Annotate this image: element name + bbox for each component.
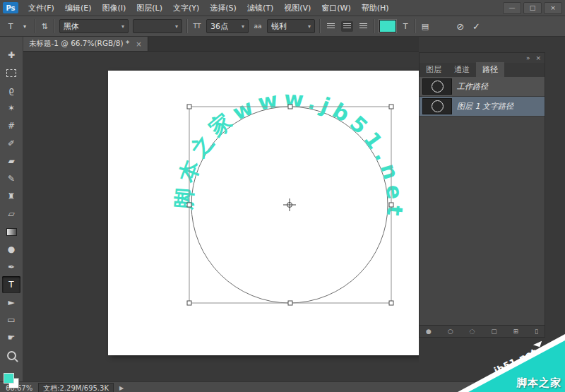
panel-empty-area bbox=[420, 117, 545, 325]
rectangular-marquee-tool[interactable] bbox=[2, 64, 20, 81]
handle-bottom-right[interactable] bbox=[389, 301, 393, 305]
new-path-icon[interactable]: ⊞ bbox=[513, 328, 519, 335]
status-expand-icon[interactable]: ▶ bbox=[119, 385, 124, 391]
spot-healing-brush-tool[interactable]: ▰ bbox=[2, 153, 20, 170]
horizontal-type-tool[interactable]: T bbox=[2, 276, 20, 293]
tab-channels[interactable]: 通道 bbox=[448, 62, 476, 77]
anti-alias-select[interactable]: 锐利 ▾ bbox=[267, 19, 315, 33]
main-area: ✚ ϱ ✶ # ✐ ▰ ✎ ♜ ▱ ● ✒ T ► ▭ ☛ bbox=[0, 37, 565, 381]
handle-top-right[interactable] bbox=[389, 105, 393, 109]
menu-layer[interactable]: 图层(L) bbox=[131, 1, 167, 15]
separator bbox=[54, 19, 55, 33]
status-bar: 66.67% 文档:2.29M/695.3K ▶ bbox=[0, 381, 565, 392]
panel-header-bar: » × bbox=[420, 53, 545, 63]
eraser-tool[interactable]: ▱ bbox=[2, 206, 20, 222]
handle-bottom-center[interactable] bbox=[288, 301, 292, 305]
lasso-tool[interactable]: ϱ bbox=[2, 82, 20, 99]
make-work-path-icon[interactable]: ▢ bbox=[491, 328, 497, 335]
align-right-button[interactable] bbox=[357, 21, 369, 32]
type-tool-preset-icon[interactable]: T bbox=[6, 22, 16, 31]
cancel-edit-icon[interactable]: ⊘ bbox=[456, 21, 464, 32]
load-selection-icon[interactable]: ◌ bbox=[469, 328, 475, 335]
anti-alias-icon: aa bbox=[253, 23, 263, 30]
menu-edit[interactable]: 编辑(E) bbox=[60, 1, 97, 15]
menu-help[interactable]: 帮助(H) bbox=[357, 1, 394, 15]
warp-text-icon[interactable]: T bbox=[400, 22, 410, 31]
font-family-value: 黑体 bbox=[64, 21, 79, 32]
tool-preset-caret-icon[interactable]: ▾ bbox=[20, 23, 30, 30]
document-info-field[interactable]: 文档:2.29M/695.3K bbox=[38, 383, 114, 392]
tab-close-icon[interactable]: × bbox=[136, 40, 141, 48]
zoom-tool[interactable] bbox=[2, 347, 20, 364]
menu-window[interactable]: 窗口(W) bbox=[316, 1, 355, 15]
gradient-tool[interactable] bbox=[2, 223, 20, 240]
menu-filter[interactable]: 滤镜(T) bbox=[242, 1, 278, 15]
separator bbox=[34, 19, 35, 33]
close-icon[interactable]: × bbox=[544, 2, 562, 14]
document-tab-bar: 未标题-1 @ 66.7%(RGB/8) * × bbox=[23, 37, 419, 52]
restore-icon[interactable]: □ bbox=[523, 2, 542, 14]
toggle-text-orientation-icon[interactable]: ⇅ bbox=[40, 22, 49, 31]
menu-file[interactable]: 文件(F) bbox=[23, 1, 59, 15]
close-panel-icon[interactable]: × bbox=[535, 54, 541, 61]
blur-tool[interactable]: ● bbox=[2, 241, 20, 258]
eyedropper-tool[interactable]: ✐ bbox=[2, 135, 20, 152]
foreground-color-swatch[interactable] bbox=[4, 373, 14, 384]
quick-selection-tool[interactable]: ✶ bbox=[2, 100, 20, 117]
clone-stamp-tool[interactable]: ♜ bbox=[2, 188, 20, 205]
handle-top-center[interactable] bbox=[288, 105, 292, 109]
tab-paths[interactable]: 路径 bbox=[476, 62, 504, 77]
circle-thumbnail-icon bbox=[432, 100, 444, 112]
collapse-dock-icon[interactable]: » bbox=[526, 54, 530, 61]
menu-image[interactable]: 图像(I) bbox=[97, 1, 131, 15]
path-row-work-path[interactable]: 工作路径 bbox=[420, 77, 545, 97]
handle-middle-left[interactable] bbox=[187, 203, 191, 207]
minimize-icon[interactable]: — bbox=[503, 2, 521, 14]
chevron-down-icon: ▾ bbox=[242, 23, 244, 30]
toggle-panels-icon[interactable]: ▤ bbox=[420, 22, 430, 31]
tool-options-bar: T ▾ ⇅ 黑体 ▾ ▾ TT 36点 ▾ aa 锐利 ▾ T ▤ bbox=[0, 16, 565, 37]
delete-path-icon[interactable]: ▯ bbox=[535, 328, 538, 335]
font-size-icon: TT bbox=[192, 23, 202, 30]
document-canvas[interactable]: 脚本之家www.jb51.net bbox=[108, 71, 419, 355]
gradient-icon bbox=[6, 228, 17, 236]
chevron-down-icon: ▾ bbox=[308, 23, 311, 30]
path-selection-tool[interactable]: ► bbox=[2, 294, 20, 311]
text-color-swatch[interactable] bbox=[379, 20, 396, 32]
font-size-value: 36点 bbox=[210, 21, 228, 32]
document-tab[interactable]: 未标题-1 @ 66.7%(RGB/8) * × bbox=[23, 37, 148, 51]
move-tool[interactable]: ✚ bbox=[2, 47, 20, 64]
rectangle-tool[interactable]: ▭ bbox=[2, 311, 20, 328]
reference-point-icon[interactable] bbox=[283, 198, 296, 211]
font-size-select[interactable]: 36点 ▾ bbox=[206, 19, 249, 33]
crop-tool[interactable]: # bbox=[2, 117, 20, 134]
commit-edit-icon[interactable]: ✓ bbox=[472, 21, 480, 32]
handle-middle-right[interactable] bbox=[389, 203, 393, 207]
fill-path-icon[interactable]: ● bbox=[426, 328, 432, 335]
align-left-button[interactable] bbox=[325, 21, 337, 32]
marquee-icon bbox=[6, 69, 16, 77]
photoshop-window: Ps 文件(F) 编辑(E) 图像(I) 图层(L) 文字(Y) 选择(S) 滤… bbox=[0, 0, 565, 392]
stroke-path-icon[interactable]: ○ bbox=[448, 328, 453, 335]
separator bbox=[415, 19, 416, 33]
path-row-type-path[interactable]: 图层 1 文字路径 bbox=[420, 97, 545, 117]
path-row-label: 图层 1 文字路径 bbox=[457, 101, 513, 112]
tab-layers[interactable]: 图层 bbox=[420, 62, 448, 77]
hand-tool[interactable]: ☛ bbox=[2, 329, 20, 346]
brush-tool[interactable]: ✎ bbox=[2, 170, 20, 187]
document-tab-title: 未标题-1 @ 66.7%(RGB/8) * bbox=[29, 39, 129, 49]
canvas-area[interactable]: 脚本之家www.jb51.net bbox=[23, 52, 419, 381]
font-family-select[interactable]: 黑体 ▾ bbox=[59, 19, 129, 33]
separator bbox=[374, 19, 375, 33]
anti-alias-value: 锐利 bbox=[271, 21, 287, 32]
pen-tool[interactable]: ✒ bbox=[2, 259, 20, 275]
menu-select[interactable]: 选择(S) bbox=[205, 1, 242, 15]
align-center-button[interactable] bbox=[341, 21, 353, 32]
canvas-column: 未标题-1 @ 66.7%(RGB/8) * × 脚本之家www.jb51.ne… bbox=[23, 37, 419, 381]
handle-bottom-left[interactable] bbox=[187, 301, 191, 305]
handle-top-left[interactable] bbox=[187, 105, 191, 109]
menu-type[interactable]: 文字(Y) bbox=[168, 1, 204, 15]
font-style-select[interactable]: ▾ bbox=[133, 19, 182, 33]
menu-view[interactable]: 视图(V) bbox=[279, 1, 316, 15]
chevron-down-icon: ▾ bbox=[121, 23, 124, 30]
